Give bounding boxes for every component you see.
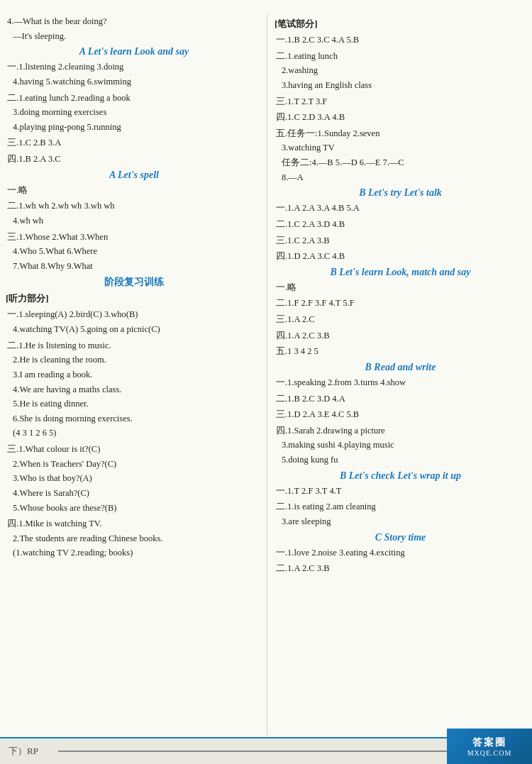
btry-si-1: 四.1.D 2.A 3.C 4.B — [275, 249, 526, 264]
cstory-yi: 一.1.love 2.noise 3.eating 4.exciting — [275, 546, 526, 560]
stage-header: 阶段复习训练 — [6, 276, 262, 289]
section-a-si: 四.1.B 2.A 3.C — [6, 152, 262, 167]
intro-block: 4.—What is the bear doing? —It's sleepin… — [6, 14, 262, 43]
a-san-1: 三.1.C 2.B 3.A — [6, 135, 262, 150]
bi-wu-1: 五.任务一:1.Sunday 2.seven — [275, 126, 526, 141]
spell-san-2: 4.Who 5.What 6.Where — [6, 244, 262, 259]
section-cstory-header: C Story time — [275, 532, 526, 543]
ting-er-5: 5.He is eating dinner. — [6, 397, 262, 411]
a-er-2: 3.doing morning exercises — [6, 105, 262, 120]
watermark-en-text: MXQE.COM — [467, 749, 512, 757]
ting-er-3: 3.I am reading a book. — [6, 367, 262, 382]
bi-wu-3: 任务二:4.—B 5.—D 6.—E 7.—C — [275, 155, 526, 170]
bi-er-2: 2.washing — [275, 63, 526, 78]
section-a-er: 二.1.eating lunch 2.reading a book 3.doin… — [6, 91, 262, 135]
intro-line-1: 4.—What is the bear doing? — [6, 14, 262, 29]
blearn-er-1: 二.1.F 2.F 3.F 4.T 5.F — [275, 296, 526, 311]
bracket-bi: [笔试部分] — [275, 18, 526, 31]
blearn-si: 四.1.A 2.C 3.B — [275, 328, 526, 343]
section-a-san: 三.1.C 2.B 3.A — [6, 135, 262, 150]
ting-san-4: 4.Where is Sarah?(C) — [6, 486, 262, 501]
watermark: 答案圈 MXQE.COM — [447, 729, 532, 764]
bi-san-1: 三.1.T 2.T 3.F — [275, 94, 526, 109]
bcheck-yi: 一.1.T 2.F 3.T 4.T — [275, 484, 526, 499]
ting-si-2: 2.The students are reading Chinese books… — [6, 531, 262, 546]
blearn-wu: 五.1 3 4 2 5 — [275, 344, 526, 359]
blearn-si-1: 四.1.A 2.C 3.B — [275, 328, 526, 343]
content-area: 4.—What is the bear doing? —It's sleepin… — [0, 7, 532, 736]
btry-san-1: 三.1.C 2.A 3.B — [275, 233, 526, 248]
bread-san-1: 三.1.D 2.A 3.E 4.C 5.B — [275, 407, 526, 422]
ting-san-1: 三.1.What colour is it?(C) — [6, 442, 262, 457]
right-column: [笔试部分] 一.1.B 2.C 3.C 4.A 5.B 二.1.eating … — [270, 14, 526, 736]
ting-er-6: 6.She is doing morning exercises. — [6, 411, 262, 426]
ting-san-2: 2.When is Teachers' Day?(C) — [6, 457, 262, 472]
intro-line-2: —It's sleeping. — [6, 29, 262, 44]
bread-yi-1: 一.1.speaking 2.from 3.turns 4.show — [275, 375, 526, 390]
btry-er-1: 二.1.C 2.A 3.D 4.B — [275, 217, 526, 232]
a-yi-1: 一.1.listening 2.cleaning 3.doing — [6, 60, 262, 74]
section-bread-header: B Read and write — [275, 362, 526, 373]
bi-er-1: 二.1.eating lunch — [275, 49, 526, 64]
ting-yi: 一.1.sleeping(A) 2.bird(C) 3.who(B) 4.wat… — [6, 307, 262, 336]
ting-san: 三.1.What colour is it?(C) 2.When is Teac… — [6, 442, 262, 515]
bread-di-3: 5.doing kung fu — [275, 453, 526, 467]
spell-san-1: 三.1.Whose 2.What 3.When — [6, 230, 262, 245]
ting-san-3: 3.Who is that boy?(A) — [6, 471, 262, 486]
blearn-san-1: 三.1.A 2.C — [275, 312, 526, 327]
blearn-san: 三.1.A 2.C — [275, 312, 526, 327]
bi-wu: 五.任务一:1.Sunday 2.seven 3.watching TV 任务二… — [275, 126, 526, 185]
bi-wu-2: 3.watching TV — [275, 140, 526, 155]
section-a-header: A Let's learn Look and say — [6, 46, 262, 57]
blearn-wu-1: 五.1 3 4 2 5 — [275, 344, 526, 359]
btry-si: 四.1.D 2.A 3.C 4.B — [275, 249, 526, 264]
ting-er-1: 二.1.He is listening to music. — [6, 338, 262, 353]
ting-si-1: 四.1.Mike is watching TV. — [6, 516, 262, 531]
bread-si: 四.1.Sarah 2.drawing a picture 3.making s… — [275, 423, 526, 467]
cstory-er-1: 二.1.A 2.C 3.B — [275, 561, 526, 576]
section-a-yi: 一.1.listening 2.cleaning 3.doing 4.havin… — [6, 60, 262, 89]
bread-er: 二.1.B 2.C 3.D 4.A — [275, 392, 526, 406]
bcheck-er: 二.1.is eating 2.am cleaning 3.are sleepi… — [275, 499, 526, 528]
page: 4.—What is the bear doing? —It's sleepin… — [0, 0, 532, 764]
section-bcheck-header: B Let's check Let's wrap it up — [275, 470, 526, 482]
section-blearn-header: B Let's learn Look, match and say — [275, 267, 526, 278]
bread-er-1: 二.1.B 2.C 3.D 4.A — [275, 392, 526, 406]
blearn-yi-1: 一.略 — [275, 280, 526, 295]
bcheck-yi-1: 一.1.T 2.F 3.T 4.T — [275, 484, 526, 499]
bi-yi-1: 一.1.B 2.C 3.C 4.A 5.B — [275, 33, 526, 48]
blearn-yi: 一.略 — [275, 280, 526, 295]
watermark-cn-text: 答案圈 — [472, 736, 506, 749]
spell-er: 二.1.wh wh 2.wh wh 3.wh wh 4.wh wh — [6, 199, 262, 228]
ting-er-4: 4.We are having a maths class. — [6, 382, 262, 397]
ting-yi-1: 一.1.sleeping(A) 2.bird(C) 3.who(B) — [6, 307, 262, 322]
spell-san-3: 7.What 8.Why 9.What — [6, 259, 262, 274]
footer-label: 下）RP — [9, 745, 38, 758]
ting-si-3: (1.watching TV 2.reading; books) — [6, 546, 262, 560]
bi-si-1: 四.1.C 2.D 3.A 4.B — [275, 110, 526, 125]
spell-yi: 一.略 — [6, 183, 262, 198]
btry-er: 二.1.C 2.A 3.D 4.B — [275, 217, 526, 232]
ting-er-7: (4 3 1 2 6 5) — [6, 426, 262, 441]
btry-yi-1: 一.1.A 2.A 3.A 4.B 5.A — [275, 201, 526, 216]
bi-yi: 一.1.B 2.C 3.C 4.A 5.B — [275, 33, 526, 48]
bcheck-er-1: 二.1.is eating 2.am cleaning — [275, 499, 526, 514]
section-spell-header: A Let's spell — [6, 170, 262, 181]
bi-wu-4: 8.—A — [275, 170, 526, 185]
ting-er-2: 2.He is cleaning the room. — [6, 353, 262, 367]
blearn-er: 二.1.F 2.F 3.F 4.T 5.F — [275, 296, 526, 311]
a-yi-2: 4.having 5.watching 6.swimming — [6, 74, 262, 89]
bi-si: 四.1.C 2.D 3.A 4.B — [275, 110, 526, 125]
spell-er-1: 二.1.wh wh 2.wh wh 3.wh wh — [6, 199, 262, 214]
a-er-3: 4.playing ping-pong 5.running — [6, 120, 262, 135]
spell-er-2: 4.wh wh — [6, 214, 262, 228]
bi-san: 三.1.T 2.T 3.F — [275, 94, 526, 109]
footer: 下）RP 答案圈 MXQE.COM — [0, 737, 532, 764]
spell-san: 三.1.Whose 2.What 3.When 4.Who 5.What 6.W… — [6, 230, 262, 274]
bread-si-1: 四.1.Sarah 2.drawing a picture — [275, 423, 526, 438]
bi-er: 二.1.eating lunch 2.washing 3.having an E… — [275, 49, 526, 93]
ting-san-5: 5.Whose books are these?(B) — [6, 501, 262, 516]
a-er-1: 二.1.eating lunch 2.reading a book — [6, 91, 262, 106]
bracket-ting: [听力部分] — [6, 292, 262, 305]
section-btry-header: B Let's try Let's talk — [275, 187, 526, 199]
